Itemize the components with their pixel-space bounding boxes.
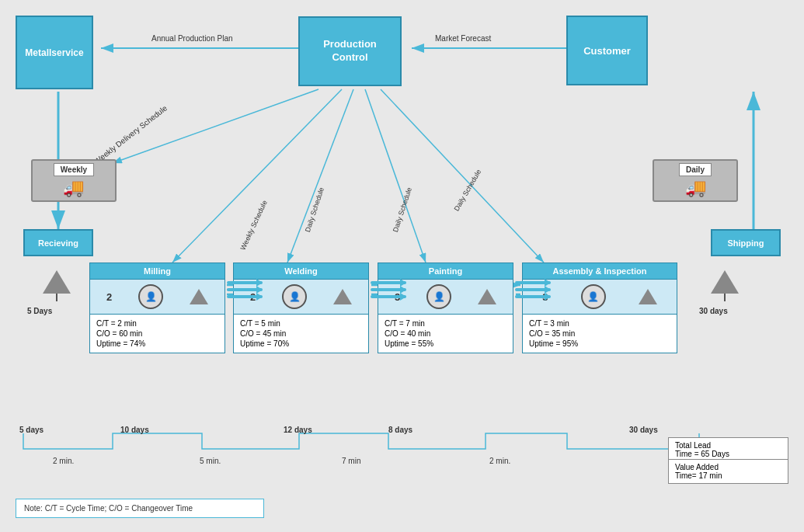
painting-inv-triangle (478, 289, 496, 304)
milling-process: Milling 2 👤 C/T = 2 min C/O = 60 min Upt… (89, 263, 225, 353)
painting-info: C/T = 7 min C/O = 40 min Uptime = 55% (378, 315, 513, 353)
inventory-triangle-left (43, 270, 71, 301)
milling-operator-circle: 👤 (138, 284, 163, 309)
inventory-days-left: 5 Days (27, 307, 52, 315)
shipping-box: Shipping (711, 229, 781, 256)
daily-schedule-label-3: Daily Schedule (453, 168, 483, 212)
assembly-process: Assembly & Inspection 3 👤 C/T = 3 min C/… (522, 263, 677, 353)
metallservice-label: Metallservice (25, 47, 83, 58)
assembly-operator-circle: 👤 (581, 284, 606, 309)
painting-process: Painting 3 👤 C/T = 7 min C/O = 40 min Up… (378, 263, 513, 353)
timeline-time-2: 5 min. (200, 457, 221, 465)
timeline-days-4: 8 days (388, 426, 412, 434)
shipping-label: Shipping (727, 238, 764, 248)
painting-header: Painting (378, 263, 513, 280)
milling-inv-triangle (190, 289, 208, 304)
daily-truck-label: Daily (679, 163, 712, 176)
market-forecast-label: Market Forecast (435, 34, 491, 43)
production-control-box: Production Control (298, 16, 402, 86)
welding-process: Welding 2 👤 C/T = 5 min C/O = 45 min Upt… (233, 263, 369, 353)
push-arrow-3 (515, 281, 551, 298)
truck-icon: 🚚 (63, 178, 84, 198)
milling-body: 2 👤 (89, 280, 225, 315)
customer-label: Customer (583, 45, 631, 57)
timeline-days-3: 12 days (284, 426, 312, 434)
assembly-info: C/T = 3 min C/O = 35 min Uptime = 95% (522, 315, 677, 353)
truck-icon-2: 🚚 (685, 178, 706, 198)
inventory-triangle-right (711, 270, 739, 301)
welding-header: Welding (233, 263, 369, 280)
value-stream-map: Metallservice Production Control Custome… (0, 0, 804, 532)
svg-line-5 (172, 89, 342, 263)
inventory-days-right: 30 days (699, 307, 728, 315)
production-control-label: Production Control (323, 38, 377, 64)
svg-line-6 (287, 89, 353, 263)
customer-box: Customer (566, 16, 648, 85)
timeline-time-3: 7 min (342, 457, 360, 465)
metallservice-box: Metallservice (16, 16, 93, 89)
push-arrow-1 (227, 281, 263, 298)
receiving-box: Recieving (23, 229, 93, 256)
daily-schedule-label-2: Daily Schedule (392, 186, 413, 233)
value-added-box: Value Added Time= 17 min (668, 459, 788, 484)
timeline-days-2: 10 days (120, 426, 149, 434)
daily-schedule-label-1: Daily Schedule (304, 186, 325, 233)
weekly-delivery-label: Weekly Delivery Schedule (92, 103, 169, 165)
annual-plan-label: Annual Production Plan (151, 34, 233, 43)
receiving-label: Recieving (38, 238, 78, 248)
weekly-truck-label: Weekly (54, 163, 94, 176)
daily-truck: Daily 🚚 (653, 159, 738, 202)
svg-line-8 (381, 89, 544, 263)
milling-operators: 2 (106, 291, 112, 303)
push-arrow-2 (371, 281, 406, 298)
painting-operator-circle: 👤 (426, 284, 451, 309)
timeline-days-5: 30 days (629, 426, 658, 434)
timeline-days-1: 5 days (19, 426, 44, 434)
timeline-time-1: 2 min. (53, 457, 74, 465)
milling-info: C/T = 2 min C/O = 60 min Uptime = 74% (89, 315, 225, 353)
welding-operator-circle: 👤 (282, 284, 307, 309)
weekly-truck: Weekly 🚚 (31, 159, 117, 202)
assembly-header: Assembly & Inspection (522, 263, 677, 280)
note-box: Note: C/T = Cycle Time; C/O = Changeover… (16, 499, 264, 518)
welding-info: C/T = 5 min C/O = 45 min Uptime = 70% (233, 315, 369, 353)
milling-header: Milling (89, 263, 225, 280)
welding-inv-triangle (333, 289, 352, 304)
assembly-inv-triangle (639, 289, 657, 304)
weekly-schedule-label: Weekly Schedule (238, 199, 268, 251)
timeline-time-4: 2 min. (489, 457, 510, 465)
svg-line-7 (365, 89, 426, 263)
